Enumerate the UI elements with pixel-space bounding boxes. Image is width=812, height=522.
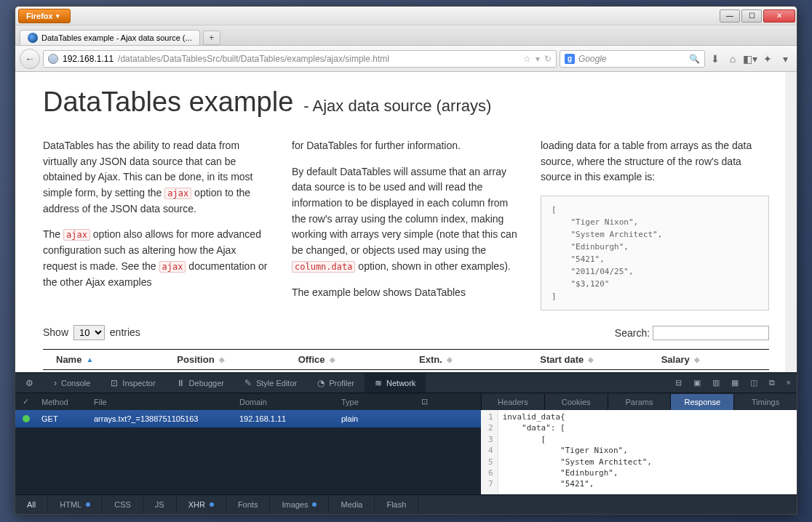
url-path: /datatables/DataTablesSrc/built/DataTabl… [118, 54, 389, 64]
site-identity-icon [48, 54, 58, 64]
dock-side-icon[interactable]: ◫ [744, 378, 763, 388]
style-icon: ✎ [244, 378, 252, 388]
bookmark-icon[interactable]: ☆ [523, 54, 531, 64]
addon-icon[interactable]: ✦ [760, 52, 775, 66]
tool-profiler[interactable]: ◔Profiler [307, 373, 365, 393]
response-body[interactable]: invalid_data{ "data": [ [ "Tiger Nixon",… [498, 410, 797, 494]
tab-headers[interactable]: Headers [481, 394, 544, 410]
tool-console[interactable]: ›Console [44, 373, 100, 393]
undock-icon[interactable]: ⧉ [763, 378, 781, 388]
close-button[interactable]: ✕ [763, 9, 795, 23]
sort-icon: ◆ [330, 356, 335, 364]
th-position[interactable]: Position◆ [164, 354, 284, 365]
text: The example below shows DataTables [292, 285, 520, 301]
text: The [43, 228, 63, 240]
search-input[interactable] [653, 326, 769, 340]
reload-icon[interactable]: ↻ [544, 54, 552, 64]
th-name[interactable]: Name▲ [43, 354, 164, 365]
th-salary[interactable]: Salary◆ [648, 354, 769, 365]
filter-all[interactable]: All [15, 495, 48, 514]
devtools-options-button[interactable]: ⚙ [15, 373, 44, 393]
paint-icon[interactable]: ▦ [725, 378, 744, 388]
filter-flash[interactable]: Flash [375, 495, 418, 514]
column-1: DataTables has the ability to read data … [43, 138, 271, 310]
titlebar: Firefox — ☐ ✕ [15, 7, 797, 25]
split-icon[interactable]: ⊟ [669, 378, 688, 388]
col-file: File [87, 398, 232, 406]
home-icon[interactable]: ⌂ [725, 52, 740, 66]
bookmarks-icon[interactable]: ◧▾ [743, 52, 757, 66]
search-go-icon[interactable]: 🔍 [689, 54, 700, 64]
downloads-icon[interactable]: ⬇ [708, 52, 723, 66]
tab-bar: DataTables example - Ajax data source (.… [15, 25, 797, 46]
back-button[interactable]: ← [20, 49, 40, 69]
text: option, shown in other examples). [355, 260, 510, 272]
length-control: Show 10 entries [43, 325, 140, 340]
menu-icon[interactable]: ▾ [778, 52, 792, 66]
network-request-row[interactable]: GET arrays.txt?_=1388751105163 192.168.1… [15, 410, 481, 427]
search-label: Search: [615, 326, 650, 338]
text: loading data for a table from arrays as … [541, 138, 769, 185]
tool-inspector[interactable]: ⊡Inspector [100, 373, 165, 393]
col-method: Method [34, 398, 87, 406]
detail-tabs: Headers Cookies Params Response Timings [481, 393, 797, 410]
responsive-icon[interactable]: ▥ [706, 378, 725, 388]
tab-response[interactable]: Response [670, 394, 733, 410]
table-header: Name▲ Position◆ Office◆ Extn.◆ Start dat… [43, 349, 769, 370]
col-size-icon: ⊡ [407, 397, 442, 406]
devtools-toolbar: ⚙ ›Console ⊡Inspector ⏸Debugger ✎Style E… [15, 372, 797, 393]
tool-style-editor[interactable]: ✎Style Editor [234, 373, 307, 393]
filter-images[interactable]: Images [270, 495, 329, 514]
col-status: ✓ [15, 397, 34, 406]
new-tab-button[interactable]: + [203, 31, 220, 45]
tab-timings[interactable]: Timings [733, 394, 797, 410]
col-domain: Domain [232, 398, 334, 406]
cell-domain: 192.168.1.11 [232, 414, 334, 423]
url-bar[interactable]: 192.168.1.11/datatables/DataTablesSrc/bu… [43, 50, 557, 68]
sort-icon: ◆ [447, 356, 453, 364]
tab-cookies[interactable]: Cookies [544, 394, 608, 410]
chevron-icon: › [54, 378, 57, 388]
tool-debugger[interactable]: ⏸Debugger [166, 373, 234, 393]
minimize-button[interactable]: — [720, 9, 740, 23]
search-bar[interactable]: g Google 🔍 [560, 50, 705, 68]
cell-type: plain [334, 414, 407, 423]
profiler-icon: ◔ [317, 378, 325, 388]
filter-indicator [210, 502, 214, 507]
page-content: DataTables example - Ajax data source (a… [15, 72, 797, 387]
firefox-menu-button[interactable]: Firefox [18, 9, 71, 23]
code-ajax: ajax [164, 188, 191, 199]
show-label: Show [43, 326, 68, 338]
tab-params[interactable]: Params [608, 394, 671, 410]
response-viewer: 1234567 invalid_data{ "data": [ [ "Tiger… [481, 410, 797, 494]
filter-html[interactable]: HTML [48, 495, 103, 514]
th-start-date[interactable]: Start date◆ [527, 354, 648, 365]
network-request-list: ✓ Method File Domain Type ⊡ GET arrays.t… [15, 393, 481, 494]
sort-icon: ◆ [588, 356, 594, 364]
dropdown-icon[interactable]: ▾ [536, 54, 540, 64]
maximize-button[interactable]: ☐ [741, 9, 762, 23]
text: By default DataTables will assume that a… [292, 166, 517, 256]
devtools-panel: ⚙ ›Console ⊡Inspector ⏸Debugger ✎Style E… [15, 372, 797, 514]
browser-tab[interactable]: DataTables example - Ajax data source (.… [20, 30, 200, 45]
filter-media[interactable]: Media [329, 495, 375, 514]
filter-js[interactable]: JS [143, 495, 177, 514]
column-2: for DataTables for further information. … [292, 138, 520, 310]
search-placeholder: Google [578, 54, 685, 64]
page-subtitle: - Ajax data source (arrays) [303, 97, 491, 116]
length-select[interactable]: 10 [73, 325, 105, 340]
th-extn[interactable]: Extn.◆ [406, 354, 527, 365]
scratchpad-icon[interactable]: ▣ [688, 378, 706, 388]
devtools-close-icon[interactable]: × [781, 378, 797, 387]
filter-css[interactable]: CSS [103, 495, 143, 514]
filter-xhr[interactable]: XHR [177, 495, 226, 514]
tool-network[interactable]: ≋Network [365, 373, 426, 393]
filter-indicator [312, 502, 317, 507]
filter-indicator [86, 502, 90, 507]
filter-fonts[interactable]: Fonts [226, 495, 271, 514]
page-title: DataTables example [43, 87, 293, 118]
url-right-icons: ☆ ▾ ↻ [523, 54, 552, 64]
scrollbar[interactable] [785, 72, 797, 387]
th-office[interactable]: Office◆ [285, 354, 406, 365]
column-3: loading data for a table from arrays as … [541, 138, 769, 310]
